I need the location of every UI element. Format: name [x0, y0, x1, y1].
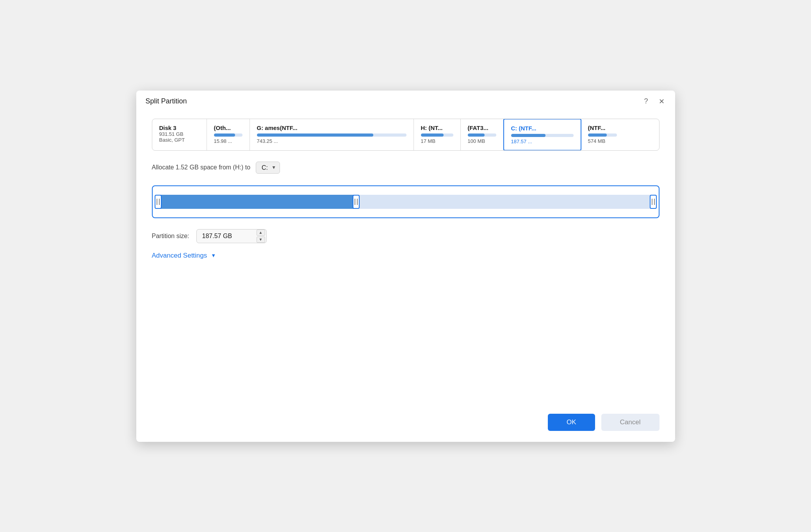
seg-c-bar-fill: [511, 134, 545, 137]
size-spinners: ▲ ▼: [257, 230, 265, 243]
allocate-label: Allocate 1.52 GB space from (H:) to: [152, 164, 251, 171]
size-spin-down[interactable]: ▼: [257, 237, 265, 243]
partition-size-input[interactable]: [196, 229, 267, 243]
seg-c-title: C: (NTF...: [511, 125, 574, 132]
slider-container: [152, 185, 659, 218]
disk-segment-ntf2[interactable]: (NTF... 574 MB: [581, 119, 624, 150]
disk-segment-h[interactable]: H: (NT... 17 MB: [414, 119, 461, 150]
advanced-settings-label: Advanced Settings: [152, 252, 207, 260]
split-partition-dialog: Split Partition ? ✕ Disk 3 931.51 GB Bas…: [136, 91, 675, 442]
seg-h-bar-fill: [421, 133, 444, 137]
slider-handle-right[interactable]: [650, 195, 657, 209]
advanced-settings-button[interactable]: Advanced Settings ▼: [152, 252, 659, 260]
dialog-body: Disk 3 931.51 GB Basic, GPT (Oth... 15.9…: [136, 111, 675, 407]
disk-segment-fat3[interactable]: (FAT3... 100 MB: [461, 119, 504, 150]
seg-g-bar-fill: [257, 133, 374, 137]
advanced-arrow-icon: ▼: [211, 253, 216, 258]
seg-ntf2-sub: 574 MB: [588, 138, 617, 144]
seg-disk3-title: Disk 3: [159, 125, 200, 131]
ok-button[interactable]: OK: [548, 414, 595, 431]
seg-h-title: H: (NT...: [421, 125, 453, 131]
seg-oth-sub: 15.98 ...: [214, 138, 242, 144]
dialog-title: Split Partition: [146, 97, 187, 105]
title-bar: Split Partition ? ✕: [136, 91, 675, 111]
slider-handle-left[interactable]: [155, 195, 162, 209]
seg-h-sub: 17 MB: [421, 138, 453, 144]
slider-fill: [158, 195, 356, 209]
size-spin-up[interactable]: ▲: [257, 230, 265, 236]
seg-disk3-sub1: 931.51 GB: [159, 131, 200, 137]
disk-segment-g[interactable]: G: ames(NTF... 743.25 ...: [250, 119, 414, 150]
size-input-wrapper: ▲ ▼: [196, 229, 267, 243]
seg-fat3-sub: 100 MB: [468, 138, 496, 144]
dropdown-wrapper: C: D: E: ▼: [256, 162, 280, 174]
seg-g-sub: 743.25 ...: [257, 138, 406, 144]
slider-track[interactable]: [158, 195, 653, 209]
cancel-button[interactable]: Cancel: [601, 414, 659, 431]
seg-g-bar: [257, 133, 406, 137]
seg-fat3-bar: [468, 133, 496, 137]
seg-oth-title: (Oth...: [214, 125, 242, 131]
partition-size-row: Partition size: ▲ ▼: [152, 229, 659, 243]
slider-handle-mid[interactable]: [353, 195, 360, 209]
seg-ntf2-bar: [588, 133, 617, 137]
disk-segment-disk3[interactable]: Disk 3 931.51 GB Basic, GPT: [152, 119, 207, 150]
seg-g-title: G: ames(NTF...: [257, 125, 406, 131]
seg-fat3-bar-fill: [468, 133, 485, 137]
seg-c-bar: [511, 134, 574, 137]
dialog-footer: OK Cancel: [136, 407, 675, 442]
disk-segment-c[interactable]: C: (NTF... 187.57 ...: [503, 119, 581, 151]
title-bar-controls: ? ✕: [641, 96, 667, 107]
seg-h-bar: [421, 133, 453, 137]
close-button[interactable]: ✕: [656, 96, 667, 107]
seg-oth-bar: [214, 133, 242, 137]
allocate-row: Allocate 1.52 GB space from (H:) to C: D…: [152, 162, 659, 174]
partition-size-label: Partition size:: [152, 233, 189, 240]
seg-c-sub: 187.57 ...: [511, 139, 574, 144]
help-button[interactable]: ?: [641, 96, 652, 107]
seg-disk3-sub2: Basic, GPT: [159, 137, 200, 143]
disk-segment-oth[interactable]: (Oth... 15.98 ...: [207, 119, 250, 150]
seg-oth-bar-fill: [214, 133, 235, 137]
allocate-dropdown[interactable]: C: D: E:: [256, 162, 280, 174]
seg-ntf2-bar-fill: [588, 133, 607, 137]
seg-ntf2-title: (NTF...: [588, 125, 617, 131]
disk-bar: Disk 3 931.51 GB Basic, GPT (Oth... 15.9…: [152, 119, 659, 151]
seg-fat3-title: (FAT3...: [468, 125, 496, 131]
